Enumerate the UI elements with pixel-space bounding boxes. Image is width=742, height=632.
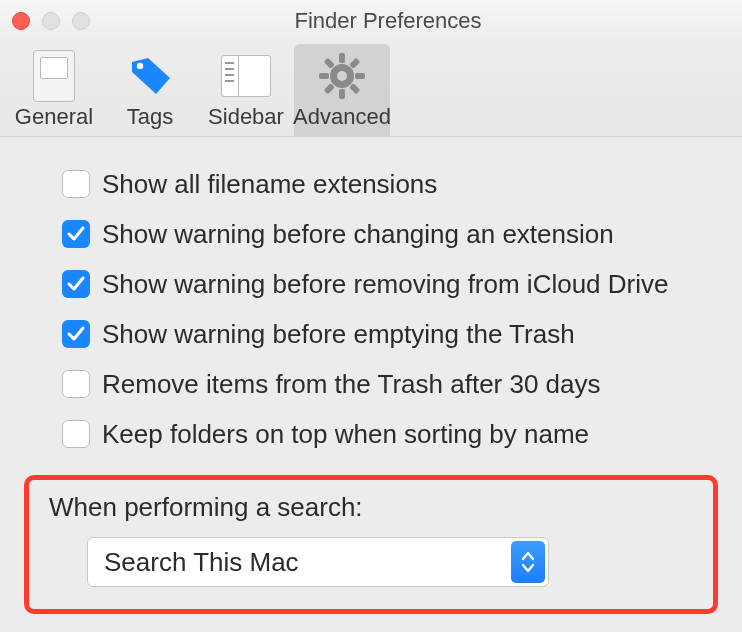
checkbox[interactable] <box>62 370 90 398</box>
option-warn-changing-extension[interactable]: Show warning before changing an extensio… <box>62 213 718 255</box>
svg-rect-2 <box>339 53 345 63</box>
svg-rect-7 <box>324 83 335 94</box>
switch-icon <box>33 50 75 102</box>
svg-rect-3 <box>339 89 345 99</box>
tab-label: Tags <box>127 104 173 136</box>
checkbox[interactable] <box>62 420 90 448</box>
svg-rect-5 <box>355 73 365 79</box>
search-scope-title: When performing a search: <box>49 492 695 523</box>
search-scope-select[interactable]: Search This Mac <box>87 537 549 587</box>
tab-label: Sidebar <box>208 104 284 136</box>
svg-rect-9 <box>349 83 360 94</box>
tab-advanced[interactable]: Advanced <box>294 44 390 136</box>
svg-rect-6 <box>349 58 360 69</box>
option-label: Show warning before emptying the Trash <box>102 319 575 350</box>
options-list: Show all filename extensions Show warnin… <box>24 163 718 455</box>
checkbox[interactable] <box>62 220 90 248</box>
window-title: Finder Preferences <box>76 8 700 34</box>
option-label: Keep folders on top when sorting by name <box>102 419 589 450</box>
checkbox[interactable] <box>62 270 90 298</box>
option-warn-icloud-remove[interactable]: Show warning before removing from iCloud… <box>62 263 718 305</box>
option-warn-empty-trash[interactable]: Show warning before emptying the Trash <box>62 313 718 355</box>
advanced-pane: Show all filename extensions Show warnin… <box>0 137 742 632</box>
option-label: Show all filename extensions <box>102 169 437 200</box>
option-label: Show warning before changing an extensio… <box>102 219 614 250</box>
tag-icon <box>126 52 174 100</box>
option-label: Remove items from the Trash after 30 day… <box>102 369 601 400</box>
svg-point-10 <box>337 71 347 81</box>
tab-sidebar[interactable]: Sidebar <box>198 44 294 136</box>
chevron-up-icon <box>521 551 535 561</box>
option-auto-empty-trash[interactable]: Remove items from the Trash after 30 day… <box>62 363 718 405</box>
svg-point-0 <box>137 63 143 69</box>
option-folders-on-top[interactable]: Keep folders on top when sorting by name <box>62 413 718 455</box>
tab-tags[interactable]: Tags <box>102 44 198 136</box>
chevron-down-icon <box>521 563 535 573</box>
preferences-toolbar: General Tags Sidebar <box>0 42 742 137</box>
select-value: Search This Mac <box>88 547 299 578</box>
option-label: Show warning before removing from iCloud… <box>102 269 668 300</box>
finder-preferences-window: Finder Preferences General Tags Sidebar <box>0 0 742 632</box>
search-scope-section: When performing a search: Search This Ma… <box>24 475 718 614</box>
option-show-extensions[interactable]: Show all filename extensions <box>62 163 718 205</box>
sidebar-icon <box>221 55 271 97</box>
svg-rect-4 <box>319 73 329 79</box>
checkbox[interactable] <box>62 320 90 348</box>
tab-general[interactable]: General <box>6 44 102 136</box>
close-window-button[interactable] <box>12 12 30 30</box>
titlebar: Finder Preferences <box>0 0 742 42</box>
gear-icon <box>317 51 367 101</box>
tab-label: General <box>15 104 93 136</box>
svg-rect-8 <box>324 58 335 69</box>
minimize-window-button[interactable] <box>42 12 60 30</box>
checkbox[interactable] <box>62 170 90 198</box>
select-stepper[interactable] <box>511 541 545 583</box>
tab-label: Advanced <box>293 104 391 136</box>
